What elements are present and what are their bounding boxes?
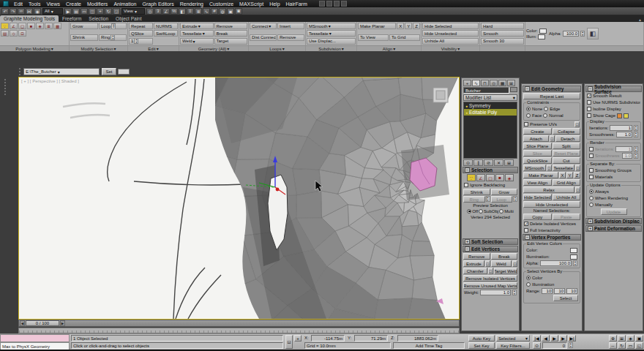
pan-icon[interactable]: ⇔	[609, 342, 617, 349]
render-iterations-field[interactable]: 1	[615, 146, 632, 152]
set-key-button[interactable]: Set Key	[468, 342, 495, 349]
copy-button[interactable]: Copy	[523, 214, 552, 220]
msmooth-settings-icon[interactable]: □	[547, 165, 552, 171]
select-scale-icon[interactable]: ◲	[113, 8, 120, 15]
quickslice-button[interactable]: QuickSlice	[523, 157, 552, 164]
nurms-toggle-button[interactable]: NURMS	[154, 23, 178, 29]
range-g-field[interactable]: 10	[554, 288, 565, 294]
planar-z-button[interactable]: Z	[574, 172, 580, 178]
create-tab-icon[interactable]: +	[463, 80, 471, 86]
rollout-soft-selection[interactable]: +Soft Selection	[463, 238, 518, 245]
spinner[interactable]	[512, 290, 517, 295]
ribbon-minimize-icon[interactable]: ▴	[639, 17, 641, 22]
ribbon-edge-icon[interactable]: ∠	[10, 23, 18, 29]
weight-field[interactable]: 1.0	[480, 290, 511, 295]
menu-item[interactable]: Animation	[111, 1, 139, 7]
smoothness-field[interactable]: 1.0	[616, 132, 632, 137]
constraint-none-radio[interactable]	[526, 107, 531, 111]
tessellate-subdiv-button[interactable]: Tessellate▾	[307, 30, 356, 37]
tessellate-button[interactable]: Tessellate▾	[180, 30, 214, 37]
ribbon-polygon-icon[interactable]: ■	[27, 23, 35, 29]
hide-unselected-button[interactable]: Hide Unselected	[422, 30, 479, 37]
path-dropdown[interactable]: E:\The_Butcher▾	[23, 68, 100, 75]
menu-item[interactable]: Tools	[26, 1, 43, 7]
unhide-all-button[interactable]: Unhide All	[553, 194, 581, 200]
select-button[interactable]: Select	[553, 295, 578, 301]
extrude-button[interactable]: Extrude	[463, 260, 484, 267]
unhide-all-button[interactable]: Unhide All	[422, 38, 479, 45]
make-planar-button[interactable]: Make Planar	[358, 23, 396, 29]
workspace-icon[interactable]	[341, 1, 347, 7]
object-color-swatch[interactable]	[510, 87, 517, 92]
play-icon[interactable]: ▶	[550, 335, 558, 341]
rollout-subdivision-surface[interactable]: −Subdivision Surface	[585, 86, 642, 92]
zoom-icon[interactable]: ⊕	[609, 335, 617, 341]
repeat-button[interactable]: Repeat	[129, 23, 153, 29]
remove-isolated-vertices-button[interactable]: Remove Isolated Vertices	[463, 275, 517, 282]
smooth-result-checkbox[interactable]: ✓	[587, 94, 591, 98]
show-cage-checkbox[interactable]	[587, 113, 591, 118]
repeat-last-button[interactable]: Repeat Last	[523, 93, 580, 99]
split-button[interactable]: Split	[553, 143, 581, 149]
render-icon[interactable]: ◙	[235, 8, 242, 15]
iterations-field[interactable]: 1	[610, 125, 632, 131]
reference-coordinate-dropdown[interactable]: View▾	[121, 8, 145, 15]
constraint-face-radio[interactable]	[526, 113, 531, 118]
update-manually-radio[interactable]	[589, 203, 594, 207]
weld-settings-icon[interactable]: □	[512, 260, 517, 267]
edit-spinner-field[interactable]: 1	[129, 38, 153, 45]
rollout-paint-deformation[interactable]: +Paint Deformation	[585, 225, 642, 232]
preview-off-radio[interactable]	[467, 209, 471, 214]
grid-align-button[interactable]: Grid Align	[553, 179, 581, 186]
previous-frame-icon[interactable]: ◀	[542, 335, 550, 341]
extrude-settings-icon[interactable]: □	[485, 260, 490, 267]
zoom-all-icon[interactable]: ⊞	[618, 335, 626, 341]
select-by-name-icon[interactable]: ▤	[72, 8, 80, 15]
y-coord-field[interactable]: 71.29m	[354, 335, 388, 341]
shrink-button[interactable]: Shrink	[70, 34, 98, 41]
app-logo-icon[interactable]	[3, 1, 9, 7]
path-spinner-field[interactable]	[118, 69, 130, 75]
undo-icon[interactable]: ↶	[1, 8, 9, 15]
vertex-illum-swatch[interactable]	[538, 34, 545, 39]
create-button[interactable]: Create	[523, 128, 552, 135]
relax-settings-icon[interactable]: □	[575, 186, 580, 193]
alpha-field[interactable]: 100.0	[563, 31, 579, 37]
window-crossing-icon[interactable]: ◫	[89, 8, 96, 15]
time-back-icon[interactable]: ◀	[20, 320, 25, 326]
selection-filter-dropdown[interactable]: All▾	[42, 8, 63, 15]
hide-selected-button[interactable]: Hide Selected	[523, 194, 552, 200]
ring-button[interactable]: Ring	[463, 196, 485, 203]
break-button[interactable]: Break	[214, 30, 248, 37]
perspective-viewport[interactable]: [ + ] [ Perspective ] [ Shaded ]	[18, 77, 460, 320]
key-filters-button[interactable]: Key Filters...	[496, 342, 530, 349]
curve-editor-icon[interactable]: ∿	[203, 8, 210, 15]
angle-snap-icon[interactable]: ∠	[162, 8, 170, 15]
attach-button[interactable]: Attach	[523, 135, 549, 142]
loop-button[interactable]: Loop	[491, 196, 513, 203]
polygon-mode-icon[interactable]: ■	[495, 174, 504, 181]
remove-loop-button[interactable]: Remove	[277, 34, 304, 41]
set-button[interactable]: Set	[102, 68, 116, 75]
relax-button[interactable]: Relax	[523, 186, 574, 193]
collapse-button[interactable]: Collapse	[553, 128, 581, 135]
use-displacement-button[interactable]: Use Displac...	[307, 38, 356, 45]
ribbon-border-icon[interactable]: ▢	[18, 23, 26, 29]
full-interactivity-checkbox[interactable]	[524, 228, 528, 233]
vertex-paint-icon[interactable]: ◧	[587, 28, 599, 39]
target-weld-button[interactable]: Target Weld	[494, 268, 518, 274]
preview-multi-radio[interactable]	[499, 209, 503, 214]
orbit-icon[interactable]: ↻	[618, 342, 626, 349]
spinner[interactable]	[111, 23, 116, 29]
range-r-field[interactable]: 10	[542, 288, 553, 294]
spinner[interactable]	[486, 196, 490, 202]
key-mode-dropdown[interactable]: Selected▾	[496, 335, 530, 341]
go-to-start-icon[interactable]: |◀	[533, 335, 541, 341]
use-center-icon[interactable]: ◎	[146, 8, 154, 15]
constraint-normal-radio[interactable]	[543, 113, 547, 118]
ignore-backfacing-checkbox[interactable]	[464, 183, 468, 187]
current-frame-field[interactable]: 0	[542, 342, 567, 349]
rollout-subdivision-displacement[interactable]: +Subdivision Displacement	[585, 218, 642, 224]
ribbon-tab[interactable]: Object Paint	[112, 15, 145, 22]
ribbon-group-caption[interactable]	[480, 45, 525, 51]
